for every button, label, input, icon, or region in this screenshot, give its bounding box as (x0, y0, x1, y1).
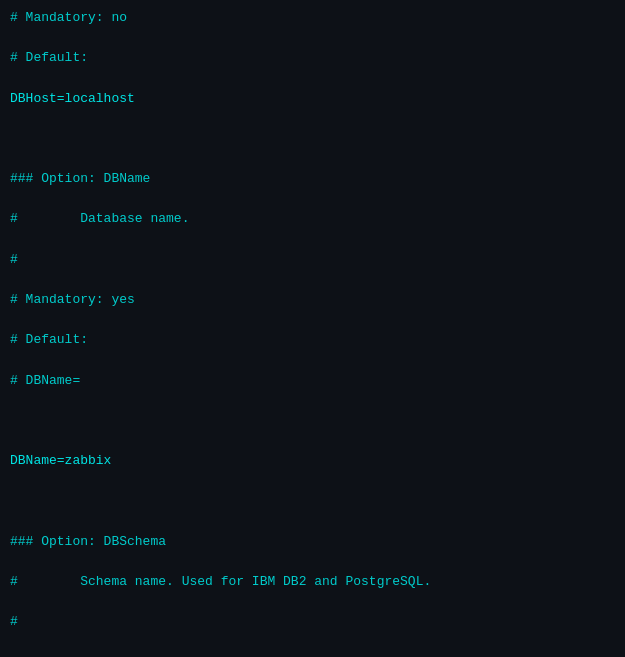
code-line (10, 129, 615, 149)
code-line: ### Option: DBName (10, 169, 615, 189)
code-line: # Mandatory: no (10, 8, 615, 28)
code-line: # Database name. (10, 209, 615, 229)
code-line: # Default: (10, 330, 615, 350)
code-line: ### Option: DBSchema (10, 532, 615, 552)
code-line (10, 491, 615, 511)
code-line: DBHost=localhost (10, 89, 615, 109)
code-line: # (10, 250, 615, 270)
code-line: # Mandatory: yes (10, 290, 615, 310)
code-editor: # Mandatory: no # Default: DBHost=localh… (0, 0, 625, 657)
code-line: DBName=zabbix (10, 451, 615, 471)
code-line: # Schema name. Used for IBM DB2 and Post… (10, 572, 615, 592)
code-line: # (10, 612, 615, 632)
code-line: # DBName= (10, 371, 615, 391)
code-line: # Default: (10, 48, 615, 68)
code-line (10, 411, 615, 431)
code-line: # Mandatory: no (10, 653, 615, 658)
